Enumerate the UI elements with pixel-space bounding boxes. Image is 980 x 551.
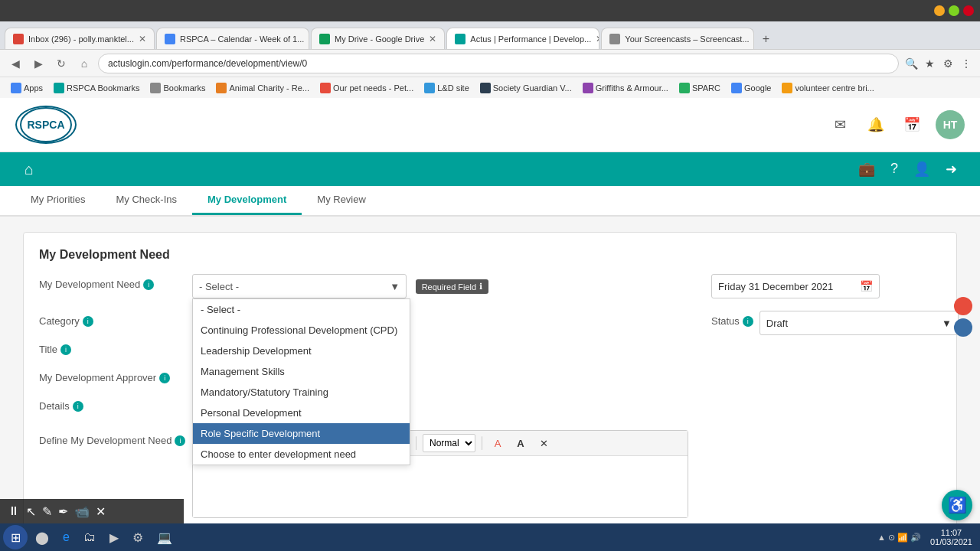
screencast-camera-button[interactable]: 📹 (74, 504, 90, 519)
tab-drive[interactable]: My Drive - Google Drive ✕ (311, 28, 445, 49)
accessibility-button[interactable]: ♿ (942, 490, 972, 520)
bookmark-label-volunteer: volunteer centre bri... (795, 83, 874, 93)
taskbar-app6[interactable]: 💻 (151, 527, 178, 548)
tab-calendar[interactable]: RSPCA – Calendar - Week of 1... ✕ (156, 28, 309, 49)
avatar[interactable]: HT (936, 110, 965, 139)
tab-close-calendar[interactable]: ✕ (309, 34, 309, 44)
bell-icon[interactable]: 🔔 (864, 112, 888, 137)
taskbar-time: 11:07 01/03/2021 (926, 528, 977, 546)
screencast-pen-button[interactable]: ✒ (58, 504, 68, 519)
nav-my-development[interactable]: My Development (192, 186, 302, 215)
editor-font-select[interactable]: Normal (423, 434, 475, 452)
person-icon[interactable]: 👤 (906, 161, 938, 178)
tab-close-actus[interactable]: ✕ (596, 34, 599, 44)
editor-bg-color[interactable]: A (511, 434, 530, 452)
info-define[interactable]: i (175, 435, 185, 446)
nav-my-review[interactable]: My Review (302, 186, 381, 215)
bookmark-griffiths[interactable]: Griffiths & Armour... (578, 81, 673, 95)
bookmark-rspca[interactable]: RSPCA Bookmarks (49, 81, 144, 95)
info-development-need[interactable]: i (143, 279, 154, 290)
calendar-icon[interactable]: 📅 (900, 112, 924, 137)
dropdown-option-management[interactable]: Management Skills (193, 361, 410, 382)
date-control: Friday 31 December 2021 📅 (711, 274, 941, 298)
screencast-cursor-button[interactable]: ↖ (26, 504, 36, 519)
editor-font-color[interactable]: A (488, 434, 507, 452)
dropdown-option-select[interactable]: - Select - (193, 299, 410, 320)
tab-actus[interactable]: Actus | Performance | Develop... ✕ (446, 28, 599, 49)
bookmark-pets[interactable]: Our pet needs - Pet... (315, 81, 418, 95)
close-button[interactable] (963, 5, 974, 16)
calendar-date-icon[interactable]: 📅 (860, 280, 873, 292)
mail-icon[interactable]: ✉ (828, 112, 852, 137)
taskbar-ie[interactable]: e (57, 527, 76, 548)
info-approver[interactable]: i (159, 373, 170, 383)
bookmark-bookmarks[interactable]: Bookmarks (145, 81, 210, 95)
maximize-button[interactable] (949, 5, 959, 16)
bookmark-animal[interactable]: Animal Charity - Re... (211, 81, 314, 95)
start-button[interactable]: ⊞ (3, 525, 28, 549)
screencast-draw-button[interactable]: ✎ (42, 504, 52, 519)
tab-close-screencast[interactable]: ✕ (754, 34, 755, 44)
home-button[interactable]: ⌂ (75, 54, 93, 73)
screencast-close-button[interactable]: ✕ (96, 504, 106, 519)
screencast-pause-button[interactable]: ⏸ (8, 504, 20, 518)
label-title: Title i (39, 339, 192, 355)
taskbar-app5[interactable]: ⚙ (126, 527, 149, 548)
panel-red-button[interactable] (954, 297, 972, 315)
tab-screencast[interactable]: Your Screencasts – Screencast... ✕ (601, 28, 754, 49)
development-need-control: - Select - ▼ - Select - Continuing Profe… (192, 274, 688, 298)
required-field-badge: Required Field ℹ (416, 279, 489, 294)
panel-blue-button[interactable] (954, 318, 972, 337)
label-status: Status i (711, 311, 753, 327)
logout-icon[interactable]: ➜ (938, 161, 965, 178)
development-need-select[interactable]: - Select - ▼ (192, 274, 407, 298)
back-button[interactable]: ◀ (6, 54, 24, 73)
tab-gmail[interactable]: Inbox (296) - polly.manktel... ✕ (5, 28, 155, 49)
more-icon[interactable]: ⋮ (959, 56, 974, 71)
bookmark-volunteer[interactable]: volunteer centre bri... (777, 81, 878, 95)
taskbar-media[interactable]: ▶ (103, 527, 125, 548)
help-icon[interactable]: ? (883, 161, 906, 178)
bookmark-icon[interactable]: ★ (922, 56, 937, 71)
bookmark-ld[interactable]: L&D site (420, 81, 474, 95)
info-category[interactable]: i (83, 316, 93, 327)
bookmark-sparc[interactable]: SPARC (675, 81, 725, 95)
dropdown-option-leadership[interactable]: Leadership Development (193, 341, 410, 361)
refresh-button[interactable]: ↻ (52, 54, 70, 73)
bookmark-label-sparc: SPARC (692, 83, 720, 93)
tab-close-drive[interactable]: ✕ (429, 34, 436, 44)
minimize-button[interactable] (934, 5, 945, 16)
new-tab-button[interactable]: + (756, 29, 776, 49)
bookmark-label-pets: Our pet needs - Pet... (333, 83, 413, 93)
dropdown-option-personal[interactable]: Personal Development (193, 403, 410, 423)
teal-nav: ⌂ 💼 ? 👤 ➜ (0, 152, 980, 186)
dropdown-option-role[interactable]: Role Specific Development (193, 423, 410, 444)
bookmark-google[interactable]: Google (727, 81, 776, 95)
bookmark-label-bookmarks: Bookmarks (163, 83, 205, 93)
date-input[interactable]: Friday 31 December 2021 📅 (711, 274, 880, 298)
info-status[interactable]: i (743, 316, 753, 327)
briefcase-icon[interactable]: 💼 (851, 161, 883, 178)
tab-close-gmail[interactable]: ✕ (139, 34, 146, 44)
taskbar-explorer[interactable]: 🗂 (77, 527, 102, 548)
editor-clear-format[interactable]: ✕ (534, 434, 553, 452)
dropdown-option-choose[interactable]: Choose to enter development need (193, 444, 410, 465)
status-select[interactable]: Draft ▼ (760, 311, 959, 335)
bookmark-apps[interactable]: Apps (6, 81, 47, 95)
nav-my-check-ins[interactable]: My Check-Ins (101, 186, 192, 215)
extension-icon[interactable]: ⚙ (940, 56, 956, 71)
search-icon[interactable]: 🔍 (903, 56, 919, 71)
info-details[interactable]: i (73, 401, 83, 412)
bookmark-favicon-google (731, 83, 742, 93)
info-required-icon[interactable]: ℹ (479, 282, 482, 292)
editor-content[interactable] (193, 456, 688, 517)
home-nav-button[interactable]: ⌂ (15, 161, 43, 178)
url-input[interactable]: actuslogin.com/performance/development/v… (98, 54, 899, 73)
forward-button[interactable]: ▶ (29, 54, 47, 73)
info-title[interactable]: i (60, 344, 71, 355)
dropdown-option-cpd[interactable]: Continuing Professional Development (CPD… (193, 320, 410, 341)
dropdown-option-mandatory[interactable]: Mandatory/Statutory Training (193, 382, 410, 403)
taskbar-chrome[interactable]: ⬤ (29, 527, 55, 548)
bookmark-society[interactable]: Society Guardian V... (475, 81, 577, 95)
nav-my-priorities[interactable]: My Priorities (15, 186, 101, 215)
